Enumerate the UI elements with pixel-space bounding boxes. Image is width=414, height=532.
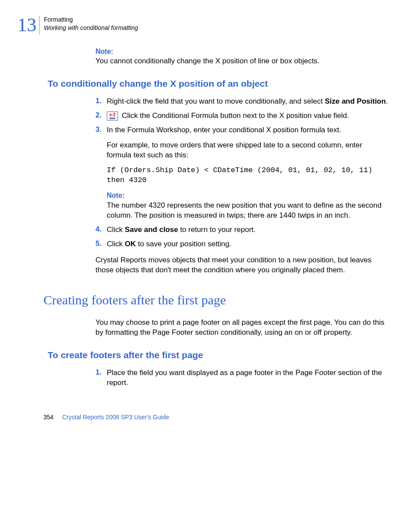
step-item: 1. Place the field you want displayed as…	[95, 368, 388, 388]
step-number: 1.	[95, 368, 107, 388]
step-text: to save your position setting.	[136, 240, 231, 248]
conditional-formula-icon: x·2	[107, 111, 118, 121]
step-text: Click	[107, 225, 125, 234]
header-text: Formatting Working with conditional form…	[44, 16, 138, 32]
section-heading-create-footers: To create footers after the first page	[48, 350, 388, 360]
step-item: 1. Right-click the field that you want t…	[95, 97, 388, 107]
section-heading-footers: Creating footers after the first page	[43, 293, 388, 307]
step-number: 5.	[95, 239, 107, 249]
paragraph: Crystal Reports moves objects that meet …	[95, 255, 388, 275]
step-bold: Save and close	[125, 225, 178, 234]
step-body: x·2 Click the Conditional Formula button…	[107, 111, 388, 121]
note-label: Note:	[95, 48, 388, 55]
icon-label: x·2	[109, 113, 115, 117]
icon-bar	[109, 117, 115, 119]
note-label: Note:	[107, 191, 388, 200]
header-line2: Working with conditional formatting	[44, 24, 138, 32]
step-text: Click	[107, 240, 125, 248]
step-item: 3. In the Formula Workshop, enter your c…	[95, 125, 388, 221]
step-number: 1.	[95, 97, 107, 107]
step-text: Place the field you want displayed as a …	[107, 369, 382, 387]
note-text: You cannot conditionally change the X po…	[95, 56, 388, 66]
step-bold: Size and Position	[325, 97, 386, 105]
section-heading-xposition: To conditionally change the X position o…	[48, 78, 388, 89]
header-divider	[39, 16, 39, 35]
step-text: For example, to move orders that were sh…	[107, 140, 388, 160]
header-line1: Formatting	[44, 16, 138, 24]
steps-list-1: 1. Right-click the field that you want t…	[95, 97, 388, 249]
page-header: 13 Formatting Working with conditional f…	[17, 16, 388, 35]
step-item: 2. x·2 Click the Conditional Formula but…	[95, 111, 388, 121]
step-item: 4. Click Save and close to return to you…	[95, 225, 388, 235]
step-body: Right-click the field that you want to m…	[107, 97, 388, 107]
step-body: Place the field you want displayed as a …	[107, 368, 388, 388]
page-number: 354	[43, 414, 53, 421]
step-number: 2.	[95, 111, 107, 121]
step-number: 3.	[95, 125, 107, 221]
chapter-number: 13	[17, 16, 36, 35]
page-footer: 354 Crystal Reports 2008 SP3 User's Guid…	[43, 414, 388, 421]
step-text: to return to your report.	[178, 225, 256, 234]
note-text: The number 4320 represents the new posit…	[107, 201, 388, 221]
step-body: Click Save and close to return to your r…	[107, 225, 388, 235]
step-text: Click the Conditional Formula button nex…	[120, 111, 349, 120]
step-item: 5. Click OK to save your position settin…	[95, 239, 388, 249]
step-text: In the Formula Workshop, enter your cond…	[107, 125, 388, 135]
step-body: Click OK to save your position setting.	[107, 239, 388, 249]
step-text: .	[386, 97, 388, 105]
footer-title: Crystal Reports 2008 SP3 User's Guide	[62, 414, 169, 421]
paragraph: You may choose to print a page footer on…	[95, 318, 388, 338]
code-block: If (Orders.Ship Date) < CDateTime (2004,…	[107, 166, 388, 186]
step-text: Right-click the field that you want to m…	[107, 97, 325, 105]
step-bold: OK	[125, 240, 136, 248]
steps-list-2: 1. Place the field you want displayed as…	[95, 368, 388, 388]
step-body: In the Formula Workshop, enter your cond…	[107, 125, 388, 221]
step-number: 4.	[95, 225, 107, 235]
